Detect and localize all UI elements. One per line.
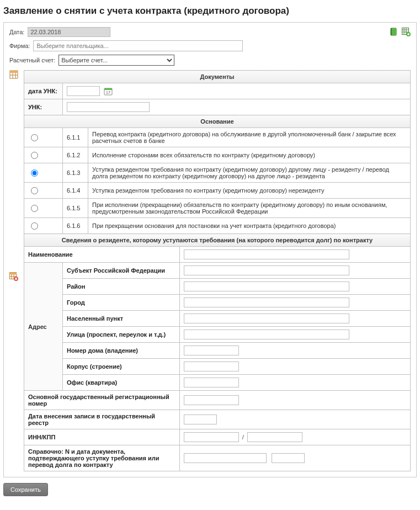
ogrn-input[interactable]	[184, 395, 239, 405]
addr-settlement-input[interactable]	[184, 314, 349, 323]
basis-code: 6.1.4	[63, 183, 88, 199]
addr-street-label: Улица (проспект, переулок и т.д.)	[63, 327, 180, 343]
basis-text: Исполнение сторонами всех обязательств п…	[88, 147, 411, 163]
date-label: Дата:	[9, 29, 28, 35]
addr-settlement-label: Населенный пункт	[63, 311, 180, 327]
svg-rect-16	[10, 273, 17, 275]
firm-label: Фирма:	[9, 42, 33, 49]
registry-date-input[interactable]	[184, 415, 217, 424]
grid-delete-icon[interactable]	[9, 272, 18, 281]
ogrn-label: Основной государственный регистрационный…	[24, 391, 180, 410]
ref-date-input[interactable]	[272, 453, 305, 463]
grid-icon[interactable]	[9, 70, 18, 79]
addr-street-input[interactable]	[184, 330, 349, 339]
basis-text: При прекращении основания для постановки…	[88, 218, 411, 234]
basis-radio-612[interactable]	[31, 152, 38, 159]
basis-code: 6.1.5	[63, 199, 88, 218]
basis-radio-615[interactable]	[31, 205, 38, 212]
name-label: Наименование	[24, 247, 180, 263]
svg-rect-11	[10, 71, 18, 73]
inn-kpp-label: ИНН/КПП	[24, 429, 180, 445]
save-button[interactable]: Сохранить	[3, 483, 48, 496]
basis-text: При исполнении (прекращении) обязательст…	[88, 199, 411, 218]
page-title: Заявление о снятии с учета контракта (кр…	[3, 6, 417, 17]
basis-text: Перевод контракта (кредитного договора) …	[88, 128, 411, 147]
basis-radio-613[interactable]	[31, 169, 38, 177]
basis-radio-614[interactable]	[31, 187, 38, 194]
firm-input[interactable]	[33, 40, 243, 51]
documents-header: Документы	[24, 71, 411, 83]
unk-date-label: дата УНК:	[24, 83, 63, 99]
addr-house-label: Номер дома (владение)	[63, 343, 180, 359]
addr-district-input[interactable]	[184, 281, 349, 291]
addr-city-input[interactable]	[184, 298, 349, 307]
name-input[interactable]	[184, 249, 349, 259]
ref-label: Справочно: N и дата документа, подтвержд…	[24, 445, 180, 471]
unk-label: УНК:	[24, 99, 63, 115]
account-label: Расчетный счет:	[9, 57, 59, 63]
addr-building-input[interactable]	[184, 362, 239, 371]
form-container: Дата: Фирма: Расчетный счет: Выберите сч…	[3, 22, 417, 477]
calendar-icon[interactable]: 17	[104, 87, 113, 96]
addr-district-label: Район	[63, 279, 180, 295]
registry-date-label: Дата внесения записи в государственный р…	[24, 410, 180, 429]
basis-code: 6.1.2	[63, 147, 88, 163]
basis-code: 6.1.3	[63, 163, 88, 183]
basis-code: 6.1.6	[63, 218, 88, 234]
addr-building-label: Корпус (строение)	[63, 359, 180, 375]
svg-rect-24	[104, 88, 112, 90]
address-label: Адрес	[24, 263, 63, 391]
basis-radio-616[interactable]	[31, 222, 38, 230]
basis-header: Основание	[24, 115, 411, 128]
account-select[interactable]: Выберите счет...	[59, 55, 174, 66]
addr-house-input[interactable]	[184, 346, 239, 355]
svg-text:17: 17	[106, 91, 110, 94]
basis-text: Уступка резидентом требования по контрак…	[88, 183, 411, 199]
ref-number-input[interactable]	[184, 453, 267, 463]
inn-input[interactable]	[184, 432, 239, 442]
basis-code: 6.1.1	[63, 128, 88, 147]
basis-radio-611[interactable]	[31, 134, 38, 141]
inn-kpp-separator: /	[239, 434, 247, 440]
book-icon[interactable]	[390, 28, 398, 36]
kpp-input[interactable]	[247, 432, 302, 442]
basis-text: Уступка резидентом требования по контрак…	[88, 163, 411, 183]
date-input[interactable]	[28, 27, 110, 37]
documents-table: Документы дата УНК: 17 УНК: Основание 6.…	[24, 70, 411, 471]
addr-city-label: Город	[63, 295, 180, 311]
unk-input[interactable]	[67, 102, 150, 112]
addr-subject-input[interactable]	[184, 265, 349, 275]
addr-office-input[interactable]	[184, 378, 239, 387]
addr-subject-label: Субъект Российской Федерации	[63, 263, 180, 279]
svg-rect-1	[392, 28, 396, 35]
unk-date-input[interactable]	[67, 86, 100, 96]
addr-office-label: Офис (квартира)	[63, 375, 180, 391]
resident-header: Сведения о резиденте, которому уступаютс…	[24, 234, 411, 247]
table-add-icon[interactable]	[402, 28, 411, 36]
